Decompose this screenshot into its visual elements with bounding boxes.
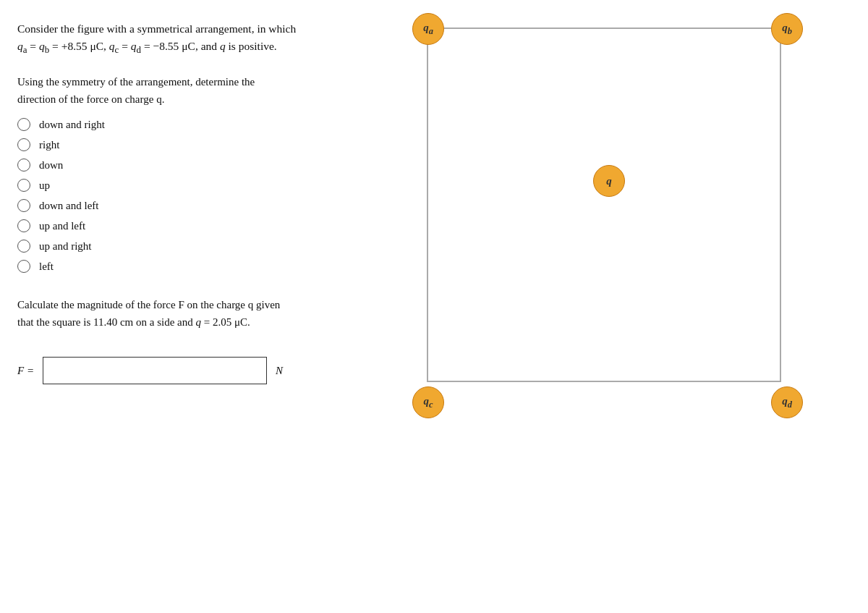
option-label-up-and-right: up and right [39,240,92,253]
qc-label: qc [423,395,433,410]
charge-qd: qd [771,386,803,418]
charge-q-center: q [593,165,625,197]
left-panel: Consider the figure with a symmetrical a… [0,0,405,613]
radio-right[interactable] [17,138,30,151]
force-unit: N [276,365,283,377]
force-input[interactable] [43,357,267,384]
option-left[interactable]: left [17,260,382,273]
calculate-section: Calculate the magnitude of the force F o… [17,296,382,331]
radio-down-and-left[interactable] [17,199,30,212]
qd-label: qd [782,395,792,410]
option-up-and-right[interactable]: up and right [17,240,382,253]
option-label-right: right [39,139,59,151]
answer-options: down and right right down up down and le… [17,118,382,273]
square-outline [427,28,781,382]
radio-down-and-right[interactable] [17,118,30,131]
option-down[interactable]: down [17,158,382,172]
force-label: F = [17,365,34,377]
charge-qb: qb [771,13,803,45]
option-down-and-left[interactable]: down and left [17,199,382,212]
force-input-row: F = N [17,357,382,384]
qa-label: qa [423,22,433,37]
option-up-and-left[interactable]: up and left [17,219,382,232]
radio-up[interactable] [17,179,30,192]
charge-qc: qc [412,386,444,418]
option-label-up: up [39,179,50,192]
qb-label: qb [782,22,792,37]
q-center-label: q [606,175,612,187]
radio-up-and-right[interactable] [17,240,30,253]
radio-down[interactable] [17,158,30,172]
title-line2: qa = qb = +8.55 μC, qc = qd = −8.55 μC, … [17,40,277,52]
diagram: qa qb qc qd q [412,13,803,418]
option-down-and-right[interactable]: down and right [17,118,382,131]
problem-title: Consider the figure with a symmetrical a… [17,20,382,57]
sub-question-direction: Using the symmetry of the arrangement, d… [17,73,382,108]
option-label-up-and-left: up and left [39,220,85,232]
option-label-down: down [39,159,63,172]
charge-qa: qa [412,13,444,45]
radio-left[interactable] [17,260,30,273]
option-right[interactable]: right [17,138,382,151]
title-line1: Consider the figure with a symmetrical a… [17,22,296,35]
option-label-down-and-left: down and left [39,200,98,212]
radio-up-and-left[interactable] [17,219,30,232]
option-label-down-and-right: down and right [39,119,105,131]
option-up[interactable]: up [17,179,382,192]
right-panel: qa qb qc qd q [405,0,868,613]
option-label-left: left [39,261,54,273]
